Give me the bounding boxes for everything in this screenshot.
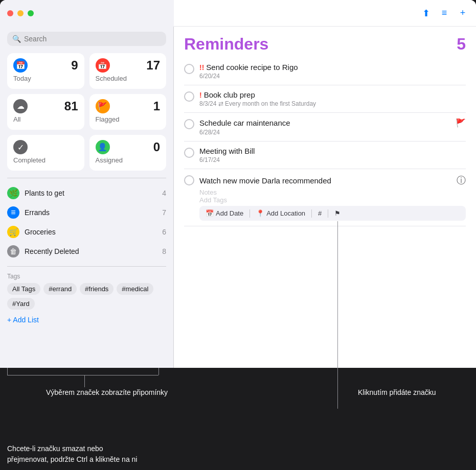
list-item-groceries[interactable]: 🛒 Groceries 6 (0, 222, 173, 242)
reminder-item-r5[interactable]: Watch new movie Darla recommended ⓘ Note… (184, 169, 466, 226)
add-list-button[interactable]: + Add List (0, 312, 173, 328)
search-bar[interactable]: 🔍 (7, 32, 166, 46)
editing-area-r5: Notes Add Tags 📅 Add Date 📍 Add Location (199, 189, 466, 221)
reminder-sub-r2: 8/3/24 ⇄ Every month on the first Saturd… (199, 100, 466, 107)
all-count: 81 (64, 99, 78, 113)
tag-medical[interactable]: #medical (117, 283, 153, 295)
groceries-count: 6 (162, 228, 166, 236)
flagged-icon: 🚩 (96, 99, 110, 113)
reminder-body-r5: Watch new movie Darla recommended ⓘ Note… (199, 174, 466, 221)
bracket-bottom-line (7, 375, 158, 375)
list-item-plants[interactable]: 🌿 Plants to get 4 (0, 183, 173, 203)
priority-r1: !! (199, 63, 204, 72)
flag-icon-r3: 🚩 (456, 118, 466, 128)
assigned-count: 0 (153, 140, 160, 154)
add-icon[interactable]: + (458, 8, 468, 18)
search-icon: 🔍 (12, 35, 21, 43)
plants-count: 4 (162, 189, 166, 197)
tags-section: Tags All Tags #errand #friends #medical … (0, 269, 173, 312)
reminder-item-r2[interactable]: ! Book club prep 8/3/24 ⇄ Every month on… (184, 85, 466, 113)
all-label: All (13, 115, 78, 123)
deleted-name: Recently Deleted (25, 247, 157, 255)
fullscreen-button[interactable] (28, 10, 34, 16)
errands-icon: ≡ (7, 206, 19, 219)
vline-hash-bottom (337, 368, 338, 409)
smart-card-assigned[interactable]: 👤 0 Assigned (89, 135, 167, 171)
reminder-name-r1: Send cookie recipe to Rigo (206, 63, 298, 72)
reminders-count: 5 (457, 35, 466, 54)
reminder-sub-r4: 6/17/24 (199, 156, 466, 163)
main-content: Reminders 5 !! Send cookie recipe to Rig… (174, 0, 476, 368)
toolbar-divider-3 (328, 209, 328, 218)
reminder-checkbox-r3[interactable] (184, 119, 194, 129)
reminder-sub-r3: 6/28/24 (199, 129, 466, 136)
hash-button[interactable]: # (316, 208, 324, 218)
reminder-name-r4: Meeting with Bill (199, 147, 255, 155)
editing-toolbar-r5: 📅 Add Date 📍 Add Location # (199, 206, 466, 221)
today-count: 9 (71, 58, 78, 73)
notes-placeholder[interactable]: Notes (199, 189, 466, 196)
info-icon-r5[interactable]: ⓘ (457, 174, 466, 186)
reminder-list: !! Send cookie recipe to Rigo 6/20/24 ! … (174, 58, 476, 226)
calendar-icon: 📅 (206, 209, 214, 217)
reminder-body-r3: Schedule car maintenance 🚩 6/28/24 (199, 118, 466, 136)
hash-label: # (318, 209, 322, 217)
add-location-button[interactable]: 📍 Add Location (254, 208, 307, 218)
today-label: Today (13, 75, 78, 82)
flag-button[interactable]: ⚑ (332, 208, 343, 218)
reminder-name-r2: Book club prep (204, 90, 255, 99)
reminder-item-r3[interactable]: Schedule car maintenance 🚩 6/28/24 (184, 113, 466, 142)
tags-chips: All Tags #errand #friends #medical #Yard (7, 283, 166, 310)
vline-center-tag (84, 375, 85, 387)
annotation-center: Výběrem značek zobrazíte připomínky (46, 387, 168, 398)
minimize-button[interactable] (17, 10, 24, 16)
vline-hash-top (337, 221, 338, 368)
list-icon[interactable]: ≡ (439, 8, 449, 18)
groceries-name: Groceries (25, 228, 157, 236)
all-icon: ☁ (13, 99, 28, 113)
reminder-item-r4[interactable]: Meeting with Bill 6/17/24 (184, 142, 466, 169)
tags-label: Tags (7, 273, 166, 280)
list-item-deleted[interactable]: 🗑 Recently Deleted 8 (0, 242, 173, 261)
assigned-icon: 👤 (96, 140, 110, 154)
reminder-body-r4: Meeting with Bill 6/17/24 (199, 147, 466, 163)
search-input[interactable] (24, 35, 161, 43)
smart-card-today[interactable]: 📅 9 Today (7, 53, 84, 89)
reminder-name-r5: Watch new movie Darla recommended (199, 176, 331, 185)
smart-card-all[interactable]: ☁ 81 All (7, 94, 84, 130)
reminder-checkbox-r4[interactable] (184, 148, 194, 158)
plants-icon: 🌿 (7, 187, 19, 199)
list-item-errands[interactable]: ≡ Errands 7 (0, 203, 173, 222)
flag-label: ⚑ (334, 209, 341, 217)
errands-name: Errands (25, 208, 157, 217)
annotation-right: Kliknutím přidáte značku (358, 387, 436, 398)
deleted-count: 8 (162, 247, 166, 255)
reminder-checkbox-r2[interactable] (184, 91, 194, 102)
reminder-checkbox-r5[interactable] (184, 175, 194, 185)
close-button[interactable] (7, 10, 13, 16)
flagged-label: Flagged (96, 115, 161, 123)
reminder-item-r1[interactable]: !! Send cookie recipe to Rigo 6/20/24 (184, 58, 466, 85)
toolbar-divider-1 (250, 209, 250, 218)
toolbar-divider-2 (311, 209, 312, 218)
errands-count: 7 (162, 208, 166, 217)
traffic-lights (7, 10, 34, 16)
tag-yard[interactable]: #Yard (7, 298, 35, 310)
tag-all-tags[interactable]: All Tags (7, 283, 40, 295)
tags-placeholder[interactable]: Add Tags (199, 196, 466, 204)
today-icon: 📅 (13, 58, 28, 73)
add-list-label: + Add List (7, 316, 39, 324)
smart-card-flagged[interactable]: 🚩 1 Flagged (89, 94, 167, 130)
tag-errand[interactable]: #errand (43, 283, 77, 295)
smart-lists: 📅 9 Today 📅 17 Scheduled ☁ 81 All (0, 53, 173, 176)
groceries-icon: 🛒 (7, 226, 19, 238)
tag-friends[interactable]: #friends (80, 283, 114, 295)
titlebar-left (0, 0, 174, 27)
reminder-checkbox-r1[interactable] (184, 64, 194, 74)
smart-card-scheduled[interactable]: 📅 17 Scheduled (89, 53, 167, 89)
reminder-body-r2: ! Book club prep 8/3/24 ⇄ Every month on… (199, 90, 466, 107)
add-date-button[interactable]: 📅 Add Date (203, 208, 245, 218)
smart-card-completed[interactable]: ✓ Completed (7, 135, 84, 171)
share-icon[interactable]: ⬆ (421, 8, 431, 18)
reminders-header: Reminders 5 (174, 27, 476, 58)
